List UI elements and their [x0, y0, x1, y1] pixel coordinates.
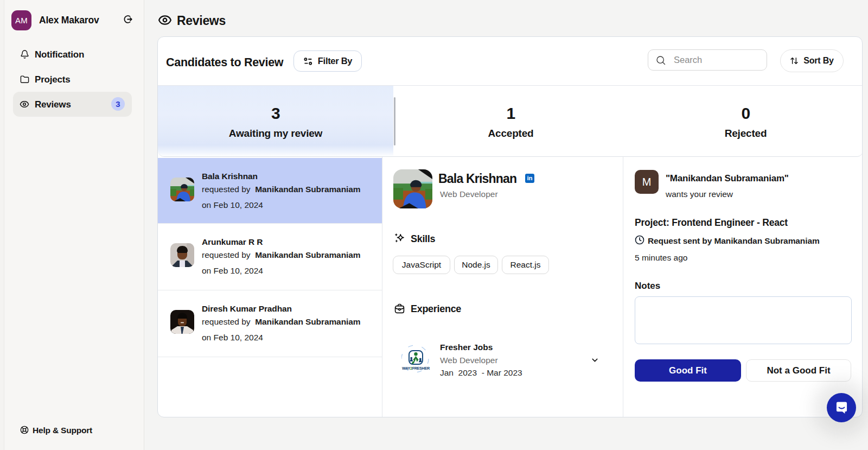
- svg-text:WAY2FRESHER: WAY2FRESHER: [402, 366, 430, 371]
